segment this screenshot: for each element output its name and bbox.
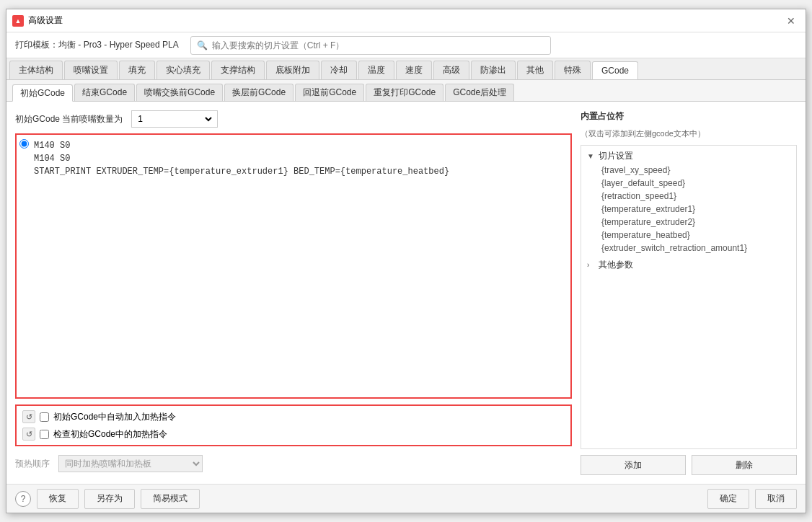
main-content: 初始GCode 当前喷嘴数量为 1 2 M140 S0 M104 S0 STAR…	[6, 102, 806, 484]
sub-tab-nozzle-change[interactable]: 喷嘴交换前GCode	[136, 84, 223, 101]
search-input[interactable]	[212, 40, 544, 50]
title-bar: ▲ 高级设置 ✕	[6, 9, 806, 32]
tab-special[interactable]: 特殊	[555, 61, 591, 79]
gcode-radio[interactable]	[19, 139, 29, 149]
checkbox-row-check-heat: ↺ 检查初始GCode中的加热指令	[22, 428, 565, 441]
list-item[interactable]: {temperature_extruder2}	[599, 216, 793, 229]
main-tabs: 主体结构 喷嘴设置 填充 实心填充 支撑结构 底板附加 冷却 温度 速度 高级 …	[6, 58, 806, 80]
window-title: 高级设置	[28, 14, 63, 27]
title-bar-left: ▲ 高级设置	[12, 14, 63, 27]
sub-tab-post[interactable]: GCode后处理	[445, 84, 514, 101]
app-icon: ▲	[12, 15, 24, 27]
list-item[interactable]: {temperature_heatbed}	[599, 229, 793, 242]
tree-toggle-slice: ▼	[587, 152, 596, 160]
tab-nozzle[interactable]: 喷嘴设置	[64, 61, 118, 79]
sub-tabs: 初始GCode 结束GCode 喷嘴交换前GCode 换层前GCode 回退前G…	[6, 80, 806, 102]
delete-button[interactable]: 删除	[692, 455, 797, 475]
tab-gcode[interactable]: GCode	[592, 61, 638, 80]
gcode-editor[interactable]: M140 S0 M104 S0 START_PRINT EXTRUDER_TEM…	[17, 135, 570, 397]
bottom-bar: ? 恢复 另存为 简易模式 确定 取消	[6, 484, 806, 513]
search-box[interactable]: 🔍	[190, 36, 551, 55]
save-as-button[interactable]: 另存为	[84, 489, 135, 509]
tab-advanced[interactable]: 高级	[433, 61, 469, 79]
tab-structure[interactable]: 主体结构	[9, 61, 63, 79]
tree-items-slice: {travel_xy_speed} {layer_default_speed} …	[584, 164, 793, 255]
tab-base[interactable]: 底板附加	[266, 61, 319, 79]
tree-header-slice[interactable]: ▼ 切片设置	[584, 149, 793, 164]
ok-button[interactable]: 确定	[707, 489, 749, 509]
toolbar: 打印模板：均衡 - Pro3 - Hyper Speed PLA 🔍	[6, 32, 806, 58]
tree-group-other-label: 其他参数	[599, 259, 633, 271]
add-button[interactable]: 添加	[581, 455, 686, 475]
restore-button[interactable]: 恢复	[37, 489, 79, 509]
auto-heat-label: 初始GCode中自动加入加热指令	[53, 411, 176, 423]
tree-group-other: › 其他参数	[584, 257, 793, 273]
check-heat-label: 检查初始GCode中的加热指令	[53, 428, 167, 441]
checkbox-row-auto-heat: ↺ 初始GCode中自动加入加热指令	[22, 410, 565, 423]
content-area: 初始GCode 结束GCode 喷嘴交换前GCode 换层前GCode 回退前G…	[6, 80, 806, 484]
cancel-button[interactable]: 取消	[755, 489, 797, 509]
tree-header-other[interactable]: › 其他参数	[584, 257, 793, 273]
sub-tab-end[interactable]: 结束GCode	[74, 84, 135, 101]
tab-fill[interactable]: 填充	[119, 61, 155, 79]
tree-group-slice-label: 切片设置	[599, 150, 633, 162]
list-item[interactable]: {travel_xy_speed}	[599, 164, 793, 177]
preheat-select[interactable]: 同时加热喷嘴和加热板	[58, 455, 203, 472]
sub-tab-reprint[interactable]: 重复打印GCode	[366, 84, 443, 101]
tab-speed[interactable]: 速度	[396, 61, 432, 79]
check-heat-checkbox[interactable]	[40, 430, 49, 439]
template-label: 打印模板：均衡 - Pro3 - Hyper Speed PLA	[15, 39, 179, 51]
placeholder-title: 内置占位符	[581, 110, 797, 123]
right-panel: 内置占位符 （双击可添加到左侧gcode文本中） ▼ 切片设置 {travel_…	[581, 110, 797, 475]
list-item[interactable]: {extruder_switch_retraction_amount1}	[599, 242, 793, 255]
preheat-row: 预热顺序 同时加热喷嘴和加热板	[15, 452, 572, 475]
gcode-editor-wrapper: M140 S0 M104 S0 START_PRINT EXTRUDER_TEM…	[15, 133, 572, 399]
checkboxes-wrapper: ↺ 初始GCode中自动加入加热指令 ↺ 检查初始GCode中的加热指令	[15, 404, 572, 446]
placeholder-subtitle: （双击可添加到左侧gcode文本中）	[581, 128, 797, 139]
tree-group-slice: ▼ 切片设置 {travel_xy_speed} {layer_default_…	[584, 149, 793, 255]
main-window: ▲ 高级设置 ✕ 打印模板：均衡 - Pro3 - Hyper Speed PL…	[6, 9, 806, 513]
tab-other[interactable]: 其他	[517, 61, 553, 79]
tab-support[interactable]: 支撑结构	[211, 61, 265, 79]
reset-auto-heat-button[interactable]: ↺	[22, 410, 35, 423]
help-button[interactable]: ?	[15, 491, 31, 507]
close-button[interactable]: ✕	[782, 12, 800, 30]
list-item[interactable]: {temperature_extruder1}	[599, 203, 793, 216]
sub-tab-start[interactable]: 初始GCode	[12, 84, 73, 102]
list-item[interactable]: {retraction_speed1}	[599, 190, 793, 203]
sub-tab-retract[interactable]: 回退前GCode	[295, 84, 364, 101]
reset-check-heat-button[interactable]: ↺	[22, 428, 35, 441]
placeholder-buttons: 添加 删除	[581, 455, 797, 475]
gcode-count-label: 初始GCode 当前喷嘴数量为	[15, 113, 123, 125]
tab-temp[interactable]: 温度	[358, 61, 394, 79]
tab-cool[interactable]: 冷却	[321, 61, 357, 79]
preheat-label: 预热顺序	[15, 458, 50, 470]
tab-solid[interactable]: 实心填充	[156, 61, 210, 79]
search-icon: 🔍	[197, 40, 208, 50]
sub-tab-layer-change[interactable]: 换层前GCode	[224, 84, 294, 101]
list-item[interactable]: {layer_default_speed}	[599, 177, 793, 190]
placeholder-tree: ▼ 切片设置 {travel_xy_speed} {layer_default_…	[581, 145, 797, 449]
auto-heat-checkbox[interactable]	[40, 412, 49, 422]
left-panel: 初始GCode 当前喷嘴数量为 1 2 M140 S0 M104 S0 STAR…	[15, 110, 572, 475]
tab-anti[interactable]: 防渗出	[471, 61, 516, 79]
simple-mode-button[interactable]: 简易模式	[141, 489, 200, 509]
gcode-count-select[interactable]: 1 2	[135, 113, 214, 125]
gcode-count-row: 初始GCode 当前喷嘴数量为 1 2	[15, 110, 572, 128]
tree-toggle-other: ›	[587, 261, 596, 269]
